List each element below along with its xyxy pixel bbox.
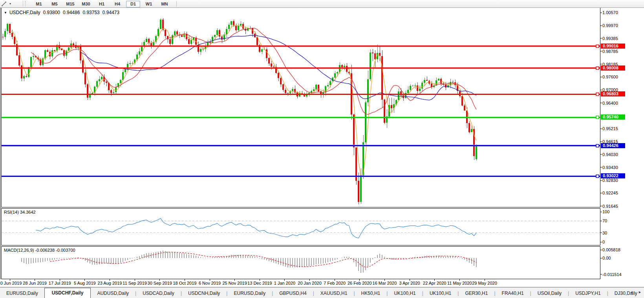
chart-tab-usdcnh-daily[interactable]: USDCNH,Daily: [182, 289, 226, 298]
symbol-period: USDCHF,Daily: [9, 10, 40, 15]
rsi-axis-label: 70: [602, 218, 607, 223]
chart-tab-usdcad-daily[interactable]: USDCAD,Daily: [136, 289, 181, 298]
timeframe-button-H1[interactable]: H1: [95, 1, 109, 7]
tab-scroll-arrows: ◄ ►: [626, 290, 642, 294]
chart-tab-audusd-daily[interactable]: AUDUSD,Daily: [91, 289, 135, 298]
hline-price-label[interactable]: 0.94426: [601, 143, 625, 148]
ohlc-close: 0.94473: [102, 10, 119, 15]
hline-price-label[interactable]: 0.95740: [601, 114, 625, 120]
chart-tab-uk100-h1[interactable]: UK100,H1: [388, 289, 422, 298]
time-axis-label: 13 Dec 2019: [247, 281, 272, 285]
time-axis-label: 29 May 2020: [472, 281, 497, 285]
time-axis-label: 11 May 2020: [447, 281, 472, 285]
ohlc-high: 0.94486: [63, 10, 80, 15]
time-axis-label: 16 Mar 2020: [373, 281, 397, 285]
hline-price-label[interactable]: 0.98008: [601, 65, 625, 71]
chart-tab-usdjpy-h1[interactable]: USDJPY,H1: [569, 289, 607, 298]
hline-price-label[interactable]: 0.96803: [601, 91, 625, 96]
chart-tab-eurusd-daily[interactable]: EURUSD,Daily: [227, 289, 272, 298]
time-axis-label: 1 Jan 2020: [274, 281, 295, 285]
symbol-dropdown-icon[interactable]: ▼: [4, 11, 7, 15]
rsi-axis-label: 30: [602, 231, 607, 235]
timeframe-button-M5[interactable]: M5: [48, 1, 62, 7]
price-axis-label: 0.97600: [602, 74, 618, 79]
macd-indicator-label: MACD(12,26,9) -0.006238 -0.003700: [4, 248, 75, 253]
time-axis-label: 26 Feb 2020: [348, 281, 372, 285]
hline-price-label[interactable]: 0.93022: [601, 173, 625, 178]
time-axis-label: 6 Nov 2019: [199, 281, 221, 285]
tab-scroll-right-icon[interactable]: ►: [638, 290, 642, 294]
chart-title: ▼USDCHF,Daily0.938000.944860.937530.9447…: [4, 10, 119, 15]
tool-dropdown-arrow[interactable]: ▾: [8, 2, 13, 5]
chart-canvas[interactable]: [0, 0, 644, 298]
line-tool-glyph: [1, 1, 7, 7]
chart-tab-fra40-h1[interactable]: FRA40,H1: [496, 289, 530, 298]
hline-price-label[interactable]: 0.99016: [601, 44, 625, 49]
time-axis-label: 30 Sep 2019: [148, 281, 172, 285]
timeframe-button-M15[interactable]: M15: [63, 1, 77, 7]
price-axis-label: 0.98785: [602, 49, 618, 54]
timeframe-group: M1M5M15M30H1H4D1W1MN: [31, 0, 172, 7]
price-axis-label: 0.93430: [602, 165, 618, 170]
price-axis-label: 0.99385: [602, 36, 618, 41]
timeframe-button-M30[interactable]: M30: [79, 1, 93, 7]
chart-tab-uk100-h1[interactable]: UK100,H1: [423, 289, 457, 298]
time-axis-label: 28 Jun 2019: [23, 281, 47, 285]
time-axis-label: 20 Jan 2020: [298, 281, 322, 285]
chart-tab-usoil-daily[interactable]: USOil,Daily: [531, 289, 568, 298]
tab-scroll-left-icon[interactable]: ◄: [630, 290, 633, 294]
timeframe-button-W1[interactable]: W1: [142, 1, 156, 7]
time-axis-label: 18 Oct 2019: [173, 281, 196, 285]
price-axis-label: 0.94030: [602, 152, 618, 157]
line-tool-icon[interactable]: [0, 0, 8, 7]
chart-tab-ger30-h1[interactable]: GER30,H1: [459, 289, 494, 298]
toolbar-separator: [176, 1, 177, 7]
timeframe-button-H4[interactable]: H4: [110, 1, 124, 7]
price-axis-label: 0.95215: [602, 126, 618, 131]
time-axis-label: 25 Nov 2019: [222, 281, 247, 285]
price-axis-label: 0.91645: [602, 204, 618, 209]
price-axis-label: 0.92245: [602, 191, 618, 195]
ohlc-open: 0.93800: [43, 10, 60, 15]
chart-left-edge: [0, 7, 0, 279]
time-axis-label: 7 Feb 2020: [324, 281, 346, 285]
chart-tab-gbpusd-h4[interactable]: GBPUSD,H4: [273, 289, 313, 298]
top-toolbar: ▾ M1M5M15M30H1H4D1W1MN: [0, 0, 644, 8]
time-axis-label: 23 Aug 2019: [98, 281, 122, 285]
price-axis-label: 0.96400: [602, 101, 618, 105]
macd-axis-label: 0.005818: [602, 247, 620, 252]
chart-tab-bar: EURUSD,DailyUSDCHF,DailyAUDUSD,Daily|USD…: [0, 287, 644, 298]
price-axis-label: 0.92830: [602, 178, 618, 183]
chart-tab-eurusd-daily[interactable]: EURUSD,Daily: [0, 289, 44, 298]
macd-axis-label: 0.00: [602, 256, 611, 260]
time-axis-label: 3 Apr 2020: [399, 281, 420, 285]
macd-axis-label: -0.011514: [602, 272, 622, 277]
time-axis-label: 11 Sep 2019: [123, 281, 147, 285]
time-axis-label: 10 Jun 2019: [0, 281, 22, 285]
rsi-axis-label: 0: [602, 240, 605, 244]
chart-tab-usdchf-daily[interactable]: USDCHF,Daily: [44, 288, 91, 298]
timeframe-button-MN[interactable]: MN: [157, 1, 172, 7]
toolbar-grip[interactable]: [23, 1, 26, 6]
rsi-axis-label: 100: [602, 209, 609, 214]
time-axis-label: 5 Aug 2019: [74, 281, 96, 285]
price-axis-label: 0.99970: [602, 23, 618, 28]
chart-tab-hk50-h1[interactable]: HK50,H1: [355, 289, 387, 298]
mt4-terminal: { "toolbar": { "tool_icon": "line-tool",…: [0, 0, 644, 298]
rsi-indicator-label: RSI(14) 34.3642: [4, 210, 36, 214]
timeframe-button-D1[interactable]: D1: [126, 1, 140, 7]
time-axis-label: 17 Jul 2019: [49, 281, 71, 285]
timeframe-button-M1[interactable]: M1: [32, 1, 46, 7]
ohlc-low: 0.93753: [82, 10, 99, 15]
chart-tab-xauusd-h1[interactable]: XAUUSD,H1: [314, 289, 354, 298]
price-axis-label: 1.00570: [602, 10, 618, 15]
time-axis-label: 22 Apr 2020: [423, 281, 446, 285]
